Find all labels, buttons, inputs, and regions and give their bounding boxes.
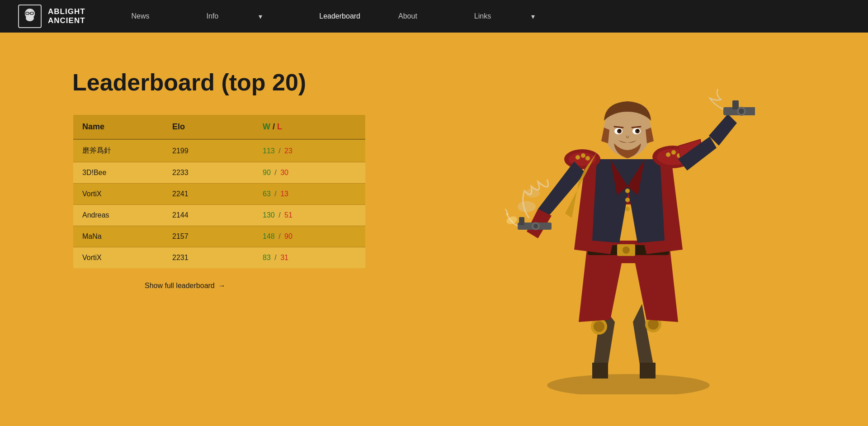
svg-point-17 (585, 156, 590, 161)
chevron-down-icon: ▾ (240, 12, 281, 21)
wl-slash: / (273, 190, 278, 198)
row-wl: 113 / 23 (263, 147, 292, 155)
table-row: Andreas 2144 130 / 51 (73, 205, 366, 226)
chevron-down-icon: ▾ (512, 12, 554, 21)
loss-count: 30 (280, 169, 288, 176)
leaderboard-table: Name Elo W / L 磨斧爲針 2199 (72, 114, 366, 269)
wl-slash: / (273, 254, 278, 261)
left-section: Leaderboard (top 20) Name Elo W / L (72, 69, 461, 399)
wl-slash: / (277, 232, 283, 240)
logo[interactable]: ABLIGHT ANCIENT (18, 5, 85, 28)
sidebar-item-leaderboard[interactable]: Leaderboard (300, 12, 379, 20)
page-title: Leaderboard (top 20) (72, 69, 461, 96)
wl-slash: / (273, 169, 278, 176)
svg-rect-29 (519, 217, 524, 225)
svg-point-36 (619, 129, 621, 131)
sidebar-item-info[interactable]: Info ▾ (169, 12, 301, 21)
row-wl: 90 / 30 (263, 169, 288, 176)
loss-count: 31 (280, 254, 288, 261)
row-name: MaNa (82, 232, 102, 240)
svg-point-12 (623, 246, 630, 254)
svg-point-40 (625, 189, 630, 193)
character-illustration (502, 69, 755, 394)
svg-point-27 (739, 109, 744, 114)
row-elo: 2231 (172, 254, 189, 261)
loss-count: 13 (280, 190, 288, 198)
loss-count: 51 (284, 211, 292, 219)
sidebar-item-links[interactable]: Links ▾ (436, 12, 573, 21)
svg-rect-24 (732, 100, 739, 109)
svg-point-7 (594, 321, 604, 332)
loss-count: 23 (284, 147, 292, 155)
row-name: VortiX (82, 254, 102, 261)
sidebar-item-news[interactable]: News (113, 12, 169, 20)
win-count: 130 (263, 211, 275, 219)
loss-count: 90 (284, 232, 292, 240)
svg-point-41 (625, 198, 630, 202)
row-name: 3D!Bee (82, 169, 106, 176)
nav-links: News Info ▾ Leaderboard About Links ▾ (113, 12, 573, 21)
row-elo: 2199 (172, 147, 189, 155)
svg-point-31 (533, 224, 538, 228)
svg-point-39 (637, 129, 639, 131)
row-name: VortiX (82, 190, 102, 198)
svg-point-5 (547, 374, 710, 394)
wl-slash: / (277, 211, 283, 219)
show-full-leaderboard-button[interactable]: Show full leaderboard → (145, 282, 461, 290)
row-name: 磨斧爲針 (82, 147, 111, 154)
row-wl: 63 / 13 (263, 190, 288, 198)
right-section (461, 69, 796, 399)
table-row: VortiX 2231 83 / 31 (73, 247, 366, 269)
row-elo: 2233 (172, 169, 189, 176)
svg-point-15 (576, 155, 580, 160)
svg-point-32 (505, 215, 518, 225)
svg-point-44 (525, 189, 540, 198)
svg-point-21 (671, 150, 676, 155)
row-name: Andreas (82, 211, 109, 219)
svg-point-42 (625, 207, 630, 211)
table-row: VortiX 2241 63 / 13 (73, 184, 366, 205)
win-count: 113 (263, 147, 275, 155)
win-count: 90 (263, 169, 271, 176)
row-elo: 2144 (172, 211, 189, 219)
table-row: MaNa 2157 148 / 90 (73, 226, 366, 247)
row-elo: 2157 (172, 232, 189, 240)
win-count: 63 (263, 190, 271, 198)
row-wl: 148 / 90 (263, 232, 292, 240)
row-wl: 130 / 51 (263, 211, 292, 219)
row-wl: 83 / 31 (263, 254, 288, 261)
sidebar-item-about[interactable]: About (379, 12, 436, 20)
col-wl-header: W / L (263, 122, 282, 131)
win-count: 148 (263, 232, 275, 240)
table-row: 磨斧爲針 2199 113 / 23 (73, 139, 366, 162)
logo-icon (18, 5, 42, 28)
svg-point-16 (581, 153, 585, 158)
wl-slash: / (277, 147, 283, 155)
col-name-header: Name (82, 122, 104, 131)
navbar: ABLIGHT ANCIENT News Info ▾ Leaderboard … (0, 0, 868, 33)
table-row: 3D!Bee 2233 90 / 30 (73, 162, 366, 184)
svg-point-43 (518, 201, 536, 212)
svg-point-20 (666, 152, 670, 157)
col-elo-header: Elo (172, 122, 185, 131)
win-count: 83 (263, 254, 271, 261)
main-content: Leaderboard (top 20) Name Elo W / L (0, 33, 868, 426)
row-elo: 2241 (172, 190, 189, 198)
logo-text: ABLIGHT ANCIENT (48, 7, 85, 26)
